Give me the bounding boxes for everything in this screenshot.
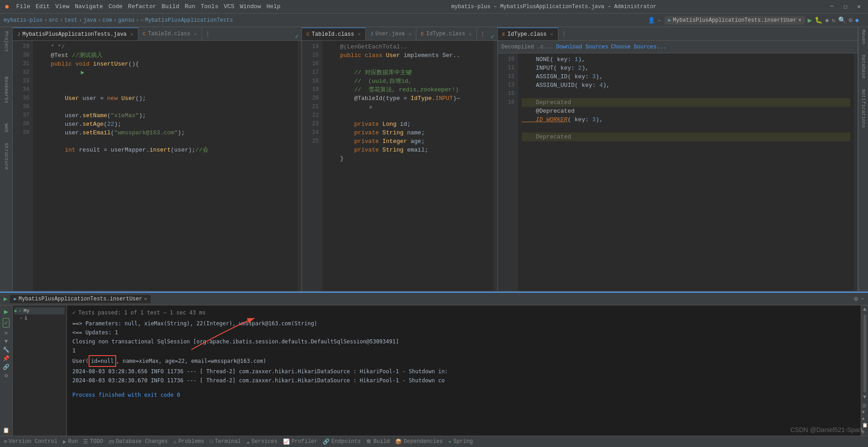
settings-icon[interactable]: ⚙: [849, 16, 852, 24]
breadcrumb-class[interactable]: ○ MybatisPlusApplicationTests: [141, 17, 233, 24]
run-skip-icon[interactable]: »: [4, 329, 8, 337]
middle-scrollbar[interactable]: [494, 41, 497, 291]
menu-navigate[interactable]: Navigate: [75, 3, 103, 10]
menu-file[interactable]: File: [16, 3, 30, 10]
tab-close-idtype-mid[interactable]: ✕: [469, 31, 472, 37]
right-scrollbar[interactable]: [854, 53, 858, 291]
run-icon2[interactable]: ▼: [5, 338, 8, 345]
sidebar-project[interactable]: Project: [2, 29, 11, 54]
right-code-area[interactable]: NONE( key: 1), INPUT( key: 2), ASSIGN_ID…: [518, 53, 854, 291]
side-icon-3[interactable]: ▲: [862, 416, 868, 421]
side-icon-1[interactable]: ☰: [862, 403, 868, 409]
status-todo[interactable]: ☰ TODO: [83, 438, 103, 445]
menu-vcs[interactable]: VCS: [224, 3, 234, 10]
notifications-panel[interactable]: Notifications: [861, 89, 866, 128]
tab-close-tableid-mid[interactable]: ✕: [358, 31, 361, 37]
tab-more-right[interactable]: ⋮: [558, 28, 570, 40]
back-icon[interactable]: ←: [658, 17, 661, 24]
menu-run[interactable]: Run: [185, 3, 195, 10]
run-button[interactable]: ▶: [808, 16, 812, 25]
left-editor-content[interactable]: 29 30 31 32 33 34 35 36 37 38 39 * */ @T…: [13, 41, 302, 291]
menu-view[interactable]: View: [55, 3, 69, 10]
vcs-icon[interactable]: 👤: [648, 17, 655, 24]
status-run[interactable]: ▶ Run: [63, 438, 78, 445]
test-tree-item[interactable]: ✓ i: [14, 314, 65, 322]
menu-help[interactable]: Help: [266, 3, 280, 10]
maximize-button[interactable]: ☐: [841, 3, 850, 10]
test-tree-root[interactable]: ▶ ✓ My: [14, 307, 65, 314]
tab-close-tableid-left[interactable]: ✕: [194, 31, 197, 37]
tab-idtype-mid[interactable]: E IdType.class ✕: [416, 28, 477, 40]
middle-code-area[interactable]: @(LenGetEachTotal.. public class User im…: [322, 41, 494, 291]
sidebar-web[interactable]: Web: [2, 122, 11, 134]
breadcrumb-gansu[interactable]: gansu: [118, 17, 134, 24]
tab-close-idtype-right[interactable]: ✕: [550, 31, 553, 37]
left-code-area[interactable]: * */ @Test //测试插入 public void insertUser…: [33, 41, 298, 291]
status-services[interactable]: ☁ Services: [246, 438, 278, 445]
breadcrumb-test[interactable]: test: [64, 17, 77, 24]
intellij-icon[interactable]: ◆: [855, 16, 859, 24]
menu-code[interactable]: Code: [108, 3, 123, 10]
tab-more-left[interactable]: ⋮: [202, 28, 213, 40]
debug-button[interactable]: 🐛: [815, 16, 822, 24]
breadcrumb-src[interactable]: src: [49, 17, 59, 24]
scroll-up-icon[interactable]: ▲: [863, 306, 866, 313]
tab-tableid-left[interactable]: C TableId.class ✕: [138, 28, 202, 40]
download-sources-btn[interactable]: Download Sources: [556, 44, 608, 50]
run-icon3[interactable]: 🔧: [3, 347, 9, 353]
tab-user-java[interactable]: J User.java ✕: [366, 28, 416, 40]
close-button[interactable]: ✕: [854, 3, 863, 10]
breadcrumb-java[interactable]: java: [83, 17, 96, 24]
left-scrollbar[interactable]: [298, 41, 302, 291]
run-rerun-btn[interactable]: ▶: [4, 307, 9, 316]
scroll-down-icon[interactable]: ▼: [863, 394, 866, 400]
run-icon4[interactable]: 📌: [3, 355, 9, 362]
run-settings-icon[interactable]: ⚙: [854, 295, 858, 303]
run-check-btn[interactable]: ✓: [3, 318, 9, 328]
maven-panel[interactable]: Maven: [861, 29, 866, 44]
coverage-button[interactable]: ◆: [825, 16, 829, 24]
right-editor-content[interactable]: 10 11 12 13 15 16 NONE( key: 1), INPUT( …: [498, 53, 858, 291]
side-icon-2[interactable]: ▼: [862, 410, 868, 415]
status-dependencies[interactable]: 📦 Dependencies: [395, 438, 443, 445]
scroll-thumb[interactable]: [863, 314, 866, 392]
run-tab-active[interactable]: ▶ MybatisPlusApplicationTests.insertUser…: [10, 295, 151, 303]
minimize-button[interactable]: −: [827, 3, 836, 10]
middle-editor-content[interactable]: 14 15 16 17 18 19 20 21 22 23 24 25 @(Le…: [302, 41, 497, 291]
more-run-icon[interactable]: ↻: [832, 16, 835, 24]
run-tab-close[interactable]: ✕: [144, 296, 147, 302]
run-icon7[interactable]: 📋: [3, 427, 9, 434]
sidebar-structure[interactable]: Structure: [2, 141, 11, 171]
tab-tableid-mid[interactable]: C TableId.class ✕: [302, 28, 366, 40]
status-endpoints[interactable]: 🔗 Endpoints: [323, 438, 361, 445]
status-problems[interactable]: ⚠ Problems: [173, 438, 204, 445]
menu-edit[interactable]: Edit: [36, 3, 50, 10]
tab-close-tests[interactable]: ✕: [130, 31, 133, 37]
run-config-dropdown[interactable]: ▶ MybatisPlusApplicationTests.insertUser…: [665, 16, 805, 24]
tab-more-mid[interactable]: ⋮: [477, 28, 488, 40]
status-db-changes[interactable]: 🗃 Database Changes: [108, 438, 168, 445]
tab-close-user[interactable]: ✕: [408, 31, 411, 37]
tab-mybatisplus-tests[interactable]: J MybatisPlusApplicationTests.java ✕: [13, 28, 138, 40]
status-spring[interactable]: ✦ Spring: [448, 438, 473, 445]
status-profiler[interactable]: 📈 Profiler: [283, 438, 318, 445]
status-terminal[interactable]: □ Terminal: [210, 438, 241, 445]
menu-refactor[interactable]: Refactor: [128, 3, 156, 10]
menu-tools[interactable]: Tools: [201, 3, 218, 10]
tab-idtype-right[interactable]: E IdType.class ✕: [498, 28, 558, 40]
breadcrumb-com[interactable]: com: [102, 17, 112, 24]
status-build[interactable]: 🛠 Build: [366, 438, 390, 445]
run-icon5[interactable]: 🔗: [3, 364, 9, 371]
choose-sources-btn[interactable]: Choose Sources...: [611, 44, 666, 50]
fold-icon[interactable]: [369, 106, 372, 109]
breadcrumb-root[interactable]: mybatis-plus: [4, 17, 42, 24]
database-panel[interactable]: Database: [861, 55, 866, 79]
run-icon6[interactable]: ⚙: [5, 372, 8, 379]
menu-build[interactable]: Build: [162, 3, 179, 10]
menu-window[interactable]: Window: [240, 3, 261, 10]
run-gutter-icon[interactable]: ▶: [81, 69, 85, 76]
sidebar-bookmarks[interactable]: Bookmarks: [2, 75, 11, 105]
search-icon[interactable]: 🔍: [838, 16, 846, 24]
status-version-control[interactable]: ⌫ Version Control: [4, 438, 57, 445]
run-close-icon[interactable]: −: [861, 295, 864, 303]
